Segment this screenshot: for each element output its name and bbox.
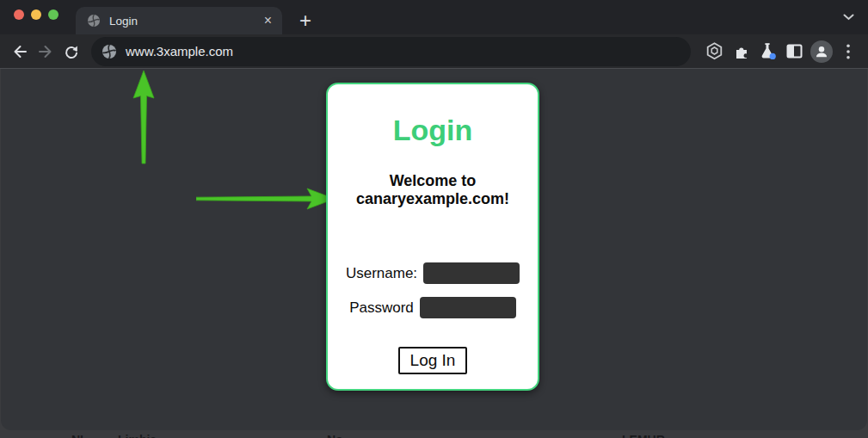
close-window-button[interactable]	[14, 9, 24, 20]
kebab-menu-icon	[846, 44, 850, 59]
login-button-row: Log In	[328, 347, 538, 374]
back-arrow-icon	[11, 43, 28, 60]
person-icon	[814, 44, 829, 59]
browser-toolbar: www.3xample.com	[0, 34, 868, 69]
extensions-button[interactable]	[728, 39, 754, 65]
login-card: Login Welcome to canaryexample.com! User…	[326, 83, 539, 391]
username-input[interactable]	[423, 262, 520, 284]
login-heading: Login	[328, 114, 538, 147]
side-panel-icon	[786, 44, 803, 59]
url-text: www.3xample.com	[126, 44, 233, 59]
site-globe-icon	[102, 44, 117, 59]
username-row: Username:	[328, 262, 538, 284]
below-fold-cell: LEMUR	[622, 433, 665, 438]
username-label: Username:	[346, 265, 417, 282]
password-label: Password	[349, 299, 414, 317]
side-panel-button[interactable]	[781, 39, 808, 65]
lab-flask-button[interactable]	[754, 39, 781, 65]
browser-tab-login[interactable]: Login ×	[76, 7, 282, 34]
minimize-window-button[interactable]	[31, 9, 41, 20]
welcome-text: Welcome to canaryexample.com!	[328, 172, 538, 208]
globe-favicon-icon	[87, 14, 101, 28]
tab-close-icon[interactable]: ×	[264, 14, 272, 28]
toolbar-actions	[701, 39, 861, 65]
tab-title: Login	[109, 15, 264, 28]
below-fold-cell: Limbia	[118, 433, 157, 438]
annotation-arrow-right	[196, 187, 336, 211]
below-fold-table-row: NL Limbia No LEMUR	[0, 430, 868, 438]
page-viewport: Login Welcome to canaryexample.com! User…	[1, 69, 867, 430]
window-controls	[14, 9, 58, 20]
browser-menu-button[interactable]	[834, 39, 861, 65]
tab-search-chevron-down-icon[interactable]	[843, 14, 854, 21]
tab-strip: Login × +	[0, 0, 868, 34]
address-bar[interactable]: www.3xample.com	[91, 37, 691, 66]
hexagon-extension-icon	[706, 42, 723, 60]
below-fold-cell: NL	[71, 433, 88, 438]
forward-arrow-icon	[37, 43, 54, 60]
annotation-arrow-up	[131, 71, 157, 165]
profile-button[interactable]	[808, 39, 834, 65]
extension-hexagon-button[interactable]	[701, 39, 728, 65]
welcome-line-1: Welcome to	[390, 172, 477, 189]
flask-badge-dot	[769, 53, 775, 59]
back-button[interactable]	[7, 39, 33, 65]
forward-button[interactable]	[33, 39, 58, 65]
avatar	[810, 40, 833, 63]
reload-button[interactable]	[58, 39, 84, 65]
password-row: Password	[328, 297, 538, 318]
flask-icon	[759, 42, 778, 60]
password-input[interactable]	[420, 297, 516, 318]
fullscreen-window-button[interactable]	[48, 9, 58, 20]
new-tab-button[interactable]: +	[291, 7, 320, 34]
welcome-line-2: canaryexample.com!	[356, 190, 509, 207]
reload-icon	[63, 43, 80, 60]
log-in-button[interactable]: Log In	[398, 347, 468, 374]
puzzle-piece-icon	[733, 43, 750, 60]
below-fold-cell: No	[327, 433, 343, 438]
